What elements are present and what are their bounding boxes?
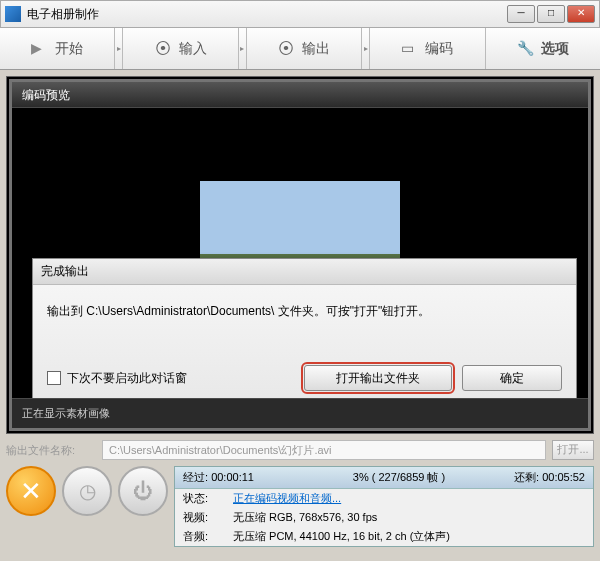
minimize-button[interactable]: ─ — [507, 5, 535, 23]
checkbox-icon — [47, 371, 61, 385]
output-label: 输出 — [302, 40, 330, 58]
app-icon — [5, 6, 21, 22]
input-tab[interactable]: 输入 — [123, 28, 238, 69]
elapsed-label: 经过: — [183, 471, 208, 483]
audio-value: 无压缩 PCM, 44100 Hz, 16 bit, 2 ch (立体声) — [233, 529, 450, 544]
main-toolbar: 开始 ▸ 输入 ▸ 输出 ▸ 编码 选项 — [0, 28, 600, 70]
encode-tab[interactable]: 编码 — [370, 28, 485, 69]
title-bar: 电子相册制作 ─ □ ✕ — [0, 0, 600, 28]
clock-button[interactable]: ◷ — [62, 466, 112, 516]
maximize-button[interactable]: □ — [537, 5, 565, 23]
status-label: 状态: — [183, 491, 233, 506]
input-label: 输入 — [179, 40, 207, 58]
output-filename-row: 输出文件名称: C:\Users\Administrator\Documents… — [6, 440, 594, 460]
start-tab[interactable]: 开始 — [0, 28, 115, 69]
window-controls: ─ □ ✕ — [507, 5, 595, 23]
remain-value: 00:05:52 — [542, 471, 585, 483]
cancel-encode-button[interactable]: ✕ — [6, 466, 56, 516]
percent-value: 3% ( 227/6859 帧 ) — [323, 470, 475, 485]
wrench-icon — [517, 40, 535, 58]
status-value[interactable]: 正在编码视频和音频... — [233, 491, 341, 506]
reel-icon — [155, 40, 173, 58]
browse-button[interactable]: 打开... — [552, 440, 594, 460]
dialog-footer: 下次不要启动此对话窗 打开输出文件夹 确定 — [33, 355, 576, 398]
checkbox-label: 下次不要启动此对话窗 — [67, 370, 187, 387]
preview-status: 正在显示素材画像 — [12, 398, 588, 428]
bottom-bar: ✕ ◷ ⏻ 经过: 00:00:11 3% ( 227/6859 帧 ) 还剩:… — [6, 466, 594, 547]
preview-area: 编码预览 完成输出 输出到 C:\Users\Administrator\Doc… — [9, 79, 591, 431]
video-value: 无压缩 RGB, 768x576, 30 fps — [233, 510, 377, 525]
separator: ▸ — [362, 28, 370, 69]
close-button[interactable]: ✕ — [567, 5, 595, 23]
power-button[interactable]: ⏻ — [118, 466, 168, 516]
preview-body: 完成输出 输出到 C:\Users\Administrator\Document… — [12, 108, 588, 398]
separator: ▸ — [239, 28, 247, 69]
dialog-message: 输出到 C:\Users\Administrator\Documents\ 文件… — [33, 285, 576, 355]
options-label: 选项 — [541, 40, 569, 58]
open-output-folder-button[interactable]: 打开输出文件夹 — [304, 365, 452, 391]
start-label: 开始 — [55, 40, 83, 58]
elapsed-value: 00:00:11 — [211, 471, 254, 483]
dialog-overlay: 完成输出 输出到 C:\Users\Administrator\Document… — [12, 108, 588, 398]
audio-label: 音频: — [183, 529, 233, 544]
separator: ▸ — [115, 28, 123, 69]
encode-label: 编码 — [425, 40, 453, 58]
completion-dialog: 完成输出 输出到 C:\Users\Administrator\Document… — [32, 258, 577, 398]
output-path-input[interactable]: C:\Users\Administrator\Documents\幻灯片.avi — [102, 440, 546, 460]
video-label: 视频: — [183, 510, 233, 525]
dont-show-checkbox-wrap[interactable]: 下次不要启动此对话窗 — [47, 370, 294, 387]
output-filename-label: 输出文件名称: — [6, 443, 96, 458]
play-icon — [31, 40, 49, 58]
progress-row: 经过: 00:00:11 3% ( 227/6859 帧 ) 还剩: 00:05… — [175, 467, 593, 489]
reel-icon — [278, 40, 296, 58]
ok-button[interactable]: 确定 — [462, 365, 562, 391]
options-tab[interactable]: 选项 — [486, 28, 600, 69]
output-tab[interactable]: 输出 — [247, 28, 362, 69]
dialog-title: 完成输出 — [33, 259, 576, 285]
encode-info-panel: 经过: 00:00:11 3% ( 227/6859 帧 ) 还剩: 00:05… — [174, 466, 594, 547]
window-title: 电子相册制作 — [27, 6, 507, 23]
remain-label: 还剩: — [514, 471, 539, 483]
preview-container: 编码预览 完成输出 输出到 C:\Users\Administrator\Doc… — [6, 76, 594, 434]
preview-header: 编码预览 — [12, 82, 588, 108]
film-icon — [401, 40, 419, 58]
